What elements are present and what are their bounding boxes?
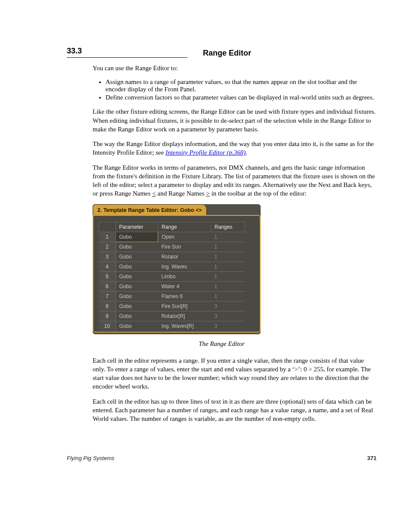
column-header[interactable]: [99, 222, 116, 232]
row-number: 8: [99, 301, 116, 311]
table-row[interactable]: 1GoboOpen1: [99, 232, 245, 242]
cell-range[interactable]: Rotator: [158, 252, 211, 261]
column-header[interactable]: Parameter: [115, 222, 158, 232]
paragraph: Each cell in the editor has up to three …: [93, 397, 377, 423]
cell-range[interactable]: Water 4: [158, 281, 211, 291]
list-item: Define conversion factors so that parame…: [106, 94, 377, 101]
cell-ranges[interactable]: 1: [211, 291, 245, 301]
range-table[interactable]: Parameter Range Ranges 1GoboOpen12GoboFi…: [99, 222, 245, 331]
cell-range[interactable]: Rotator[R]: [158, 311, 211, 321]
column-header[interactable]: Ranges: [211, 222, 245, 232]
cell-parameter[interactable]: Gobo: [115, 271, 158, 281]
table-row[interactable]: 10GoboIng. Waves[R]3: [99, 321, 245, 331]
row-number: 1: [99, 232, 116, 242]
cell-ranges[interactable]: 3: [211, 301, 245, 311]
table-row[interactable]: 7GoboFlames 61: [99, 291, 245, 301]
footer-publisher: Flying Pig Systems: [67, 455, 115, 461]
cell-parameter[interactable]: Gobo: [115, 261, 158, 271]
cell-range[interactable]: Fire Sun: [158, 242, 211, 252]
paragraph: The way the Range Editor displays inform…: [93, 140, 377, 157]
cell-range[interactable]: Fire Sun[R]: [158, 301, 211, 311]
section-title: Range Editor: [203, 49, 251, 58]
table-row[interactable]: 2GoboFire Sun1: [99, 242, 245, 252]
table-row[interactable]: 3GoboRotator1: [99, 252, 245, 261]
editor-tab[interactable]: 2. Template Range Table Editor: Gobo <>: [93, 204, 207, 215]
cell-parameter[interactable]: Gobo: [115, 301, 158, 311]
cell-range[interactable]: Open: [158, 232, 211, 242]
range-editor-window: 2. Template Range Table Editor: Gobo <> …: [93, 204, 261, 334]
table-row[interactable]: 9GoboRotator[R]3: [99, 311, 245, 321]
cell-ranges[interactable]: 1: [211, 281, 245, 291]
row-number: 3: [99, 252, 116, 261]
cell-ranges[interactable]: 1: [211, 232, 245, 242]
section-number: 33.3: [67, 47, 82, 55]
cell-parameter[interactable]: Gobo: [115, 242, 158, 252]
row-number: 7: [99, 291, 116, 301]
row-number: 6: [99, 281, 116, 291]
cell-range[interactable]: Limbo: [158, 271, 211, 281]
row-number: 4: [99, 261, 116, 271]
table-row[interactable]: 4GoboIng. Waves1: [99, 261, 245, 271]
table-row[interactable]: 5GoboLimbo1: [99, 271, 245, 281]
row-number: 2: [99, 242, 116, 252]
cell-ranges[interactable]: 3: [211, 311, 245, 321]
table-row[interactable]: 6GoboWater 41: [99, 281, 245, 291]
table-row[interactable]: 8GoboFire Sun[R]3: [99, 301, 245, 311]
xref-link[interactable]: Intensity Profile Editor (p.368): [165, 149, 246, 156]
cell-ranges[interactable]: 1: [211, 261, 245, 271]
paragraph: Each cell in the editor represents a ran…: [93, 356, 377, 391]
list-item: Assign names to a range of parameter val…: [106, 78, 377, 93]
cell-range[interactable]: Flames 6: [158, 291, 211, 301]
column-header[interactable]: Range: [158, 222, 211, 232]
cell-parameter[interactable]: Gobo: [115, 252, 158, 261]
row-number: 10: [99, 321, 116, 331]
cell-parameter[interactable]: Gobo: [115, 281, 158, 291]
paragraph: The Range Editor works in terms of param…: [93, 163, 377, 198]
paragraph: Like the other fixture editing screens, …: [93, 107, 377, 134]
cell-ranges[interactable]: 1: [211, 271, 245, 281]
feature-list: Assign names to a range of parameter val…: [93, 78, 377, 101]
row-number: 9: [99, 311, 116, 321]
cell-ranges[interactable]: 1: [211, 242, 245, 252]
cell-parameter[interactable]: Gobo: [115, 232, 158, 242]
cell-parameter[interactable]: Gobo: [115, 311, 158, 321]
cell-range[interactable]: Ing. Waves[R]: [158, 321, 211, 331]
row-number: 5: [99, 271, 116, 281]
figure-caption: The Range Editor: [67, 340, 377, 348]
page-number: 371: [367, 455, 377, 461]
cell-ranges[interactable]: 1: [211, 252, 245, 261]
cell-parameter[interactable]: Gobo: [115, 291, 158, 301]
cell-ranges[interactable]: 3: [211, 321, 245, 331]
cell-parameter[interactable]: Gobo: [115, 321, 158, 331]
intro-text: You can use the Range Editor to:: [93, 64, 377, 72]
cell-range[interactable]: Ing. Waves: [158, 261, 211, 271]
